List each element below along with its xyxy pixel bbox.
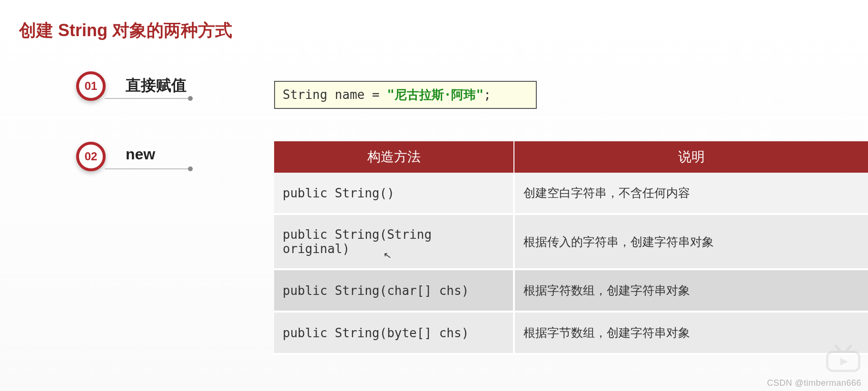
code-suffix: ; <box>483 88 491 102</box>
constructor-table: 构造方法 说明 public String() 创建空白字符串，不含任何内容 p… <box>274 141 868 355</box>
bilibili-tv-icon <box>824 343 862 374</box>
badge-line <box>105 98 190 99</box>
cell-description: 创建空白字符串，不含任何内容 <box>514 173 868 214</box>
badge-label-02: new <box>126 146 155 163</box>
cell-description: 根据字符数组，创建字符串对象 <box>514 269 868 312</box>
badge-line <box>105 168 190 169</box>
section-badge-01: 01 直接赋值 <box>76 71 187 101</box>
watermark-text: CSDN @timberman666 <box>767 378 861 388</box>
code-string-literal: "尼古拉斯·阿玮" <box>387 88 483 102</box>
cell-description: 根据字节数组，创建字符串对象 <box>514 312 868 354</box>
th-description: 说明 <box>514 141 868 173</box>
svg-marker-3 <box>840 358 848 365</box>
th-constructor: 构造方法 <box>274 141 514 173</box>
table-row: public String(char[] chs) 根据字符数组，创建字符串对象 <box>274 269 868 312</box>
table-row: public String() 创建空白字符串，不含任何内容 <box>274 173 868 214</box>
table-row: public String(byte[] chs) 根据字节数组，创建字符串对象 <box>274 312 868 354</box>
badge-label-01: 直接赋值 <box>126 75 187 96</box>
cell-description: 根据传入的字符串，创建字符串对象 <box>514 214 868 269</box>
table-row: public String(String original) 根据传入的字符串，… <box>274 214 868 269</box>
cell-constructor: public String() <box>274 173 514 214</box>
badge-number-02: 02 <box>76 142 106 171</box>
cell-constructor: public String(String original) <box>274 214 514 269</box>
page-title: 创建 String 对象的两种方式 <box>19 19 232 42</box>
badge-number-01: 01 <box>76 71 106 101</box>
cell-constructor: public String(byte[] chs) <box>274 312 514 354</box>
code-prefix: String name = <box>283 88 387 102</box>
cell-constructor: public String(char[] chs) <box>274 269 514 312</box>
section-badge-02: 02 new <box>76 142 155 171</box>
table-header-row: 构造方法 说明 <box>274 141 868 173</box>
code-example-box: String name = "尼古拉斯·阿玮"; <box>274 81 537 109</box>
